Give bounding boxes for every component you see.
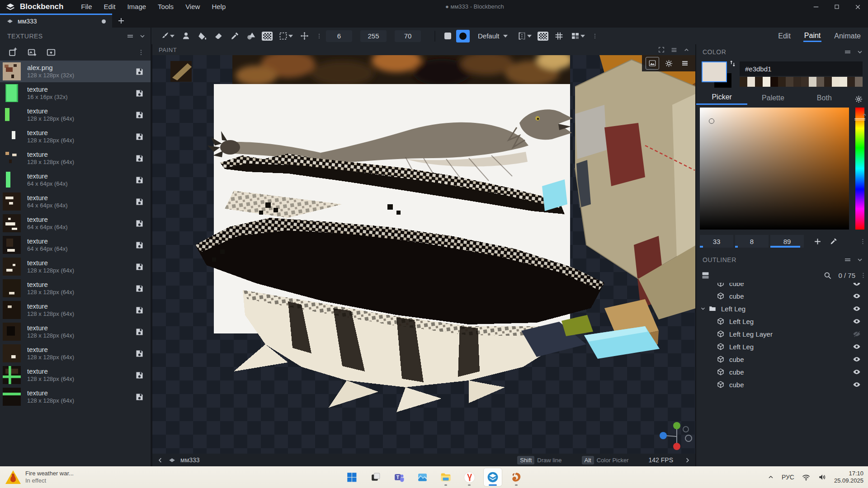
save-texture-icon[interactable] — [135, 154, 144, 163]
save-texture-icon[interactable] — [135, 284, 144, 293]
texture-row[interactable]: texture128 x 128px (64x) — [0, 277, 151, 299]
prev-project-icon[interactable] — [157, 457, 164, 464]
reference-image-button[interactable] — [42, 46, 61, 59]
texture-row[interactable]: texture64 x 64px (64x) — [0, 191, 151, 212]
palette-swatch[interactable] — [755, 77, 763, 87]
saturation-brightness-field[interactable] — [700, 108, 849, 230]
outliner-node[interactable]: cube — [696, 283, 868, 290]
visibility-eye-off-icon[interactable] — [853, 330, 861, 338]
lighting-sun-button[interactable] — [662, 57, 675, 70]
view-gizmo[interactable] — [653, 412, 694, 454]
save-texture-icon[interactable] — [135, 392, 144, 402]
save-texture-icon[interactable] — [135, 327, 144, 337]
hsv-menu-icon[interactable] — [859, 238, 866, 245]
menu-help[interactable]: Help — [206, 0, 231, 14]
outliner-node[interactable]: cube — [696, 366, 868, 378]
menu-view[interactable]: View — [179, 0, 206, 14]
outliner-node[interactable]: Left Leg Layer — [696, 328, 868, 340]
visibility-eye-icon[interactable] — [853, 283, 861, 287]
viewport-menu-button[interactable] — [678, 57, 692, 70]
toggle-list-view-button[interactable] — [697, 268, 713, 282]
panel-collapse-icon[interactable] — [139, 33, 146, 40]
toolbar-menu-icon[interactable] — [592, 33, 598, 39]
eyedropper-button[interactable] — [826, 237, 842, 245]
visibility-eye-icon[interactable] — [853, 292, 861, 300]
palette-swatch[interactable] — [770, 77, 778, 87]
import-texture-button[interactable] — [23, 46, 42, 59]
brush-opacity-input[interactable]: 255 — [360, 30, 387, 42]
texture-row[interactable]: texture128 x 128px (64x) — [0, 104, 151, 126]
texture-row[interactable]: texture128 x 128px (64x) — [0, 321, 151, 343]
hue-input[interactable]: 33 — [700, 235, 733, 248]
save-texture-icon[interactable] — [135, 219, 144, 228]
taskbar-app-file-explorer[interactable] — [436, 468, 455, 487]
outliner-node[interactable]: cube — [696, 353, 868, 366]
palette-swatch[interactable] — [847, 77, 855, 87]
save-texture-icon[interactable] — [135, 175, 144, 185]
textures-menu-icon[interactable] — [132, 46, 151, 59]
grid-toggle[interactable] — [551, 29, 567, 43]
outliner-node[interactable]: Left Leg — [696, 340, 868, 353]
save-texture-icon[interactable] — [135, 262, 144, 272]
color-tab-picker[interactable]: Picker — [696, 93, 747, 105]
visibility-eye-icon[interactable] — [853, 380, 861, 389]
selection-tool[interactable] — [275, 29, 296, 43]
texture-row[interactable]: texture16 x 16px (32x) — [0, 82, 151, 104]
visibility-eye-icon[interactable] — [853, 317, 861, 325]
texture-row[interactable]: texture128 x 128px (64x) — [0, 256, 151, 277]
palette-swatch[interactable] — [855, 77, 863, 87]
fullscreen-icon[interactable] — [658, 46, 665, 53]
color-panel-menu-icon[interactable] — [844, 48, 852, 56]
saturation-input[interactable]: 8 — [735, 235, 769, 248]
mirror-painting-tool[interactable] — [514, 29, 535, 43]
outliner-node[interactable]: cube — [696, 378, 868, 391]
menu-file[interactable]: File — [75, 0, 98, 14]
outliner-node[interactable]: cube — [696, 290, 868, 302]
texture-row[interactable]: texture128 x 128px (64x) — [0, 364, 151, 386]
save-texture-icon[interactable] — [135, 371, 144, 380]
project-tab[interactable]: мм333 — [0, 14, 112, 28]
blend-mode-select[interactable]: Default — [478, 32, 508, 40]
picker-cursor[interactable] — [709, 118, 714, 124]
taskbar-app-photos[interactable] — [413, 468, 432, 487]
palette-swatch[interactable] — [816, 77, 824, 87]
square-brush-button[interactable] — [441, 30, 454, 42]
palette-swatch[interactable] — [801, 77, 809, 87]
palette-swatch[interactable] — [824, 77, 832, 87]
uv-layout-button[interactable] — [567, 29, 588, 43]
close-button[interactable] — [847, 0, 868, 14]
texture-row[interactable]: alex.png128 x 128px (32x) — [0, 61, 151, 82]
panel-options-icon[interactable] — [670, 46, 678, 53]
palette-swatch[interactable] — [747, 77, 755, 87]
new-tab-button[interactable] — [112, 14, 130, 28]
tray-overflow-icon[interactable] — [767, 474, 774, 481]
round-brush-button[interactable] — [456, 30, 470, 42]
texture-row[interactable]: texture128 x 128px (64x) — [0, 386, 151, 408]
save-texture-icon[interactable] — [135, 110, 144, 120]
weather-alert-widget[interactable]: Fire weather war... In effect — [5, 470, 132, 484]
texture-row[interactable]: texture128 x 128px (64x) — [0, 299, 151, 321]
outliner-node[interactable]: Left Leg — [696, 315, 868, 328]
palette-swatch[interactable] — [740, 77, 747, 87]
color-settings-gear-icon[interactable] — [850, 95, 868, 103]
outliner-scroll-up-icon[interactable] — [862, 112, 867, 117]
move-tool[interactable] — [296, 29, 312, 43]
mode-tab-animate[interactable]: Animate — [833, 30, 862, 42]
pixel-grid-toggle[interactable] — [535, 29, 551, 43]
paint-bucket-tool[interactable] — [194, 29, 210, 43]
save-texture-icon[interactable] — [135, 132, 144, 141]
mode-tab-edit[interactable]: Edit — [777, 30, 792, 42]
palette-swatch[interactable] — [832, 77, 840, 87]
add-to-palette-button[interactable] — [809, 237, 826, 246]
keyboard-language[interactable]: РУС — [782, 474, 794, 481]
brush-softness-input[interactable]: 70 — [395, 30, 421, 42]
hue-slider[interactable] — [855, 108, 864, 230]
value-input[interactable]: 89 — [770, 235, 804, 248]
menu-edit[interactable]: Edit — [98, 0, 122, 14]
fill-tool[interactable] — [178, 29, 194, 43]
outliner-node[interactable]: Left Leg — [696, 302, 868, 315]
taskbar-app-task-view[interactable] — [366, 468, 385, 487]
menu-tools[interactable]: Tools — [152, 0, 179, 14]
outliner-collapse-icon[interactable] — [856, 256, 863, 263]
hex-color-input[interactable]: #e3dbd1 — [740, 61, 863, 76]
